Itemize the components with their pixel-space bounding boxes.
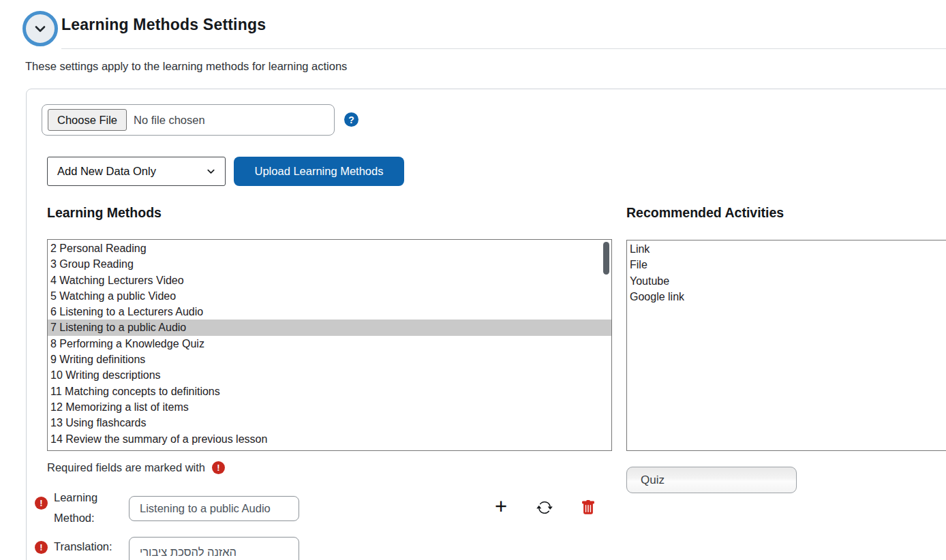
learning-method-option[interactable]: 2 Personal Reading — [48, 240, 611, 256]
recommended-activity-option[interactable]: File — [627, 257, 946, 273]
translation-label: Translation: — [54, 540, 112, 553]
learning-method-option[interactable]: 15 Identifying items within text — [48, 447, 611, 451]
page-subtitle: These settings apply to the learning met… — [25, 60, 347, 73]
refresh-button[interactable] — [536, 499, 553, 516]
file-status-text: No file chosen — [134, 114, 205, 127]
required-fields-note: Required fields are marked with ! — [47, 461, 225, 474]
learning-method-option[interactable]: 9 Writing definitions — [48, 352, 611, 367]
plus-icon: + — [495, 495, 507, 519]
exclamation-icon: ! — [212, 461, 225, 474]
translation-input[interactable] — [129, 537, 299, 560]
upload-learning-methods-button[interactable]: Upload Learning Methods — [234, 157, 404, 186]
settings-panel: Choose File No file chosen ? Add New Dat… — [26, 89, 946, 560]
collapse-section-button[interactable] — [22, 11, 58, 46]
learning-method-option[interactable]: 13 Using flashcards — [48, 415, 611, 431]
learning-method-option[interactable]: 14 Review the summary of a previous less… — [48, 431, 611, 447]
upload-mode-selected-value: Add New Data Only — [57, 165, 156, 178]
learning-method-option[interactable]: 8 Performing a Knowledge Quiz — [48, 336, 611, 352]
recommended-activity-option[interactable]: Link — [627, 241, 946, 257]
learning-method-option[interactable]: 4 Watching Lecturers Video — [48, 273, 611, 288]
upload-mode-select[interactable]: Add New Data Only — [47, 157, 226, 186]
selected-activity-button[interactable]: Quiz — [626, 467, 797, 493]
refresh-icon — [536, 499, 553, 516]
learning-methods-heading: Learning Methods — [47, 205, 162, 221]
learning-method-option[interactable]: 11 Matching concepts to definitions — [48, 384, 611, 399]
exclamation-icon: ! — [35, 497, 48, 510]
exclamation-icon: ! — [35, 541, 48, 554]
learning-method-option[interactable]: 7 Listening to a public Audio — [48, 320, 611, 335]
delete-button[interactable] — [580, 499, 596, 516]
learning-method-input[interactable] — [129, 496, 299, 521]
help-icon[interactable]: ? — [344, 112, 358, 127]
learning-methods-settings-page: Learning Methods Settings These settings… — [0, 0, 946, 560]
chevron-down-icon — [32, 20, 48, 37]
header-divider — [61, 48, 946, 49]
file-input[interactable]: Choose File No file chosen — [42, 104, 335, 136]
recommended-activities-heading: Recommended Activities — [626, 205, 784, 221]
required-note-text: Required fields are marked with — [47, 461, 205, 474]
scrollbar-thumb[interactable] — [603, 242, 609, 275]
trash-icon — [581, 499, 596, 516]
learning-methods-listbox[interactable]: 2 Personal Reading3 Group Reading4 Watch… — [47, 239, 612, 451]
chevron-down-icon — [206, 166, 216, 176]
learning-method-option[interactable]: 10 Writing descriptions — [48, 367, 611, 383]
learning-method-option[interactable]: 3 Group Reading — [48, 256, 611, 272]
recommended-activity-option[interactable]: Google link — [627, 289, 946, 305]
learning-method-option[interactable]: 12 Memorizing a list of items — [48, 399, 611, 415]
recommended-activity-option[interactable]: Youtube — [627, 273, 946, 289]
learning-method-option[interactable]: 6 Listening to a Lecturers Audio — [48, 304, 611, 320]
learning-method-label: Learning Method: — [54, 488, 112, 528]
learning-method-option[interactable]: 5 Watching a public Video — [48, 288, 611, 304]
recommended-activities-listbox[interactable]: LinkFileYoutubeGoogle link — [626, 240, 946, 451]
add-button[interactable]: + — [491, 497, 510, 516]
choose-file-button[interactable]: Choose File — [48, 109, 127, 131]
page-title: Learning Methods Settings — [61, 16, 266, 34]
